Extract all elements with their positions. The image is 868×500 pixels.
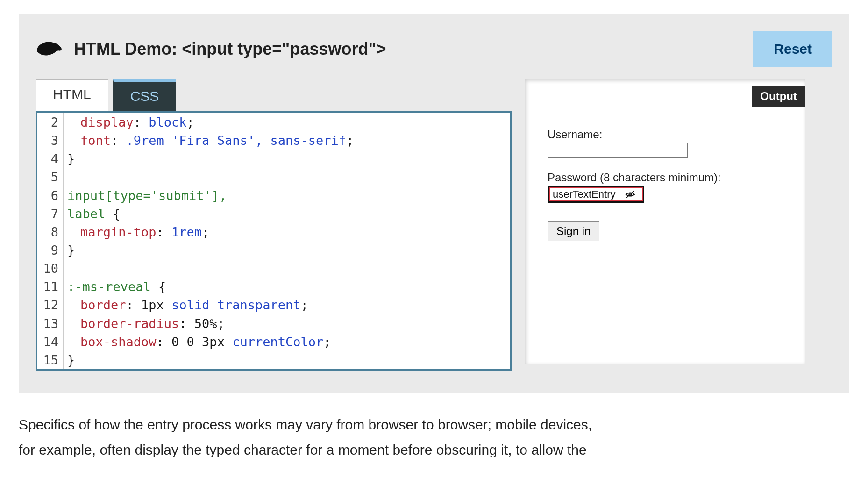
code-line[interactable]: 15} [37, 351, 510, 369]
code-content[interactable]: } [64, 241, 75, 259]
code-line[interactable]: 5 [37, 168, 510, 186]
code-editor[interactable]: 2display: block;3font: .9rem 'Fira Sans'… [36, 111, 512, 371]
line-number: 10 [37, 259, 64, 278]
reset-button[interactable]: Reset [753, 31, 832, 67]
article-text: Specifics of how the entry process works… [19, 414, 598, 461]
code-line[interactable]: 9} [37, 241, 510, 259]
username-input[interactable] [548, 143, 688, 158]
code-line[interactable]: 12border: 1px solid transparent; [37, 296, 510, 314]
article-paragraph: Specifics of how the entry process works… [19, 414, 598, 436]
demo-title: HTML Demo: <input type="password"> [74, 39, 386, 59]
code-line[interactable]: 10 [37, 259, 510, 278]
code-content[interactable] [64, 259, 75, 278]
line-number: 5 [37, 168, 64, 186]
password-label: Password (8 characters minimum): [548, 171, 783, 184]
tab-html[interactable]: HTML [36, 79, 108, 111]
password-reveal-icon[interactable] [619, 187, 643, 201]
password-input-wrap: userTextEntry [548, 186, 644, 203]
password-input[interactable]: userTextEntry [549, 187, 619, 201]
code-content[interactable]: box-shadow: 0 0 3px currentColor; [64, 333, 331, 351]
code-content[interactable]: display: block; [64, 113, 194, 131]
line-number: 11 [37, 278, 64, 296]
demo-header: HTML Demo: <input type="password"> Reset [36, 31, 832, 67]
code-content[interactable]: } [64, 150, 75, 168]
code-line[interactable]: 14box-shadow: 0 0 3px currentColor; [37, 333, 510, 351]
line-number: 3 [37, 131, 64, 150]
line-number: 14 [37, 333, 64, 351]
line-number: 4 [37, 150, 64, 168]
line-number: 12 [37, 296, 64, 314]
line-number: 6 [37, 186, 64, 205]
code-content[interactable]: input[type='submit'], [64, 186, 227, 205]
code-content[interactable]: font: .9rem 'Fira Sans', sans-serif; [64, 131, 354, 150]
line-number: 2 [37, 113, 64, 131]
line-number: 7 [37, 205, 64, 223]
editor-tabs: HTML CSS [36, 79, 512, 111]
line-number: 9 [37, 241, 64, 259]
code-line[interactable]: 7label { [37, 205, 510, 223]
line-number: 15 [37, 351, 64, 369]
code-content[interactable]: margin-top: 1rem; [64, 223, 209, 241]
code-line[interactable]: 6input[type='submit'], [37, 186, 510, 205]
tab-css[interactable]: CSS [113, 79, 177, 111]
output-badge: Output [752, 86, 805, 107]
code-line[interactable]: 8margin-top: 1rem; [37, 223, 510, 241]
code-line[interactable]: 11:-ms-reveal { [37, 278, 510, 296]
code-content[interactable]: :-ms-reveal { [64, 278, 166, 296]
demo-panel: HTML Demo: <input type="password"> Reset… [19, 14, 849, 393]
line-number: 8 [37, 223, 64, 241]
code-line[interactable]: 4} [37, 150, 510, 168]
code-content[interactable]: border-radius: 50%; [64, 314, 225, 333]
code-line[interactable]: 3font: .9rem 'Fira Sans', sans-serif; [37, 131, 510, 150]
dino-logo-icon [36, 38, 64, 60]
code-line[interactable]: 13border-radius: 50%; [37, 314, 510, 333]
svg-line-1 [626, 191, 634, 198]
output-preview: Output Username: Password (8 characters … [525, 79, 805, 364]
code-content[interactable] [64, 168, 75, 186]
code-line[interactable]: 2display: block; [37, 113, 510, 131]
code-content[interactable]: label { [64, 205, 121, 223]
line-number: 13 [37, 314, 64, 333]
sign-in-button[interactable]: Sign in [548, 221, 599, 241]
username-label: Username: [548, 128, 783, 141]
article-paragraph: for example, often display the typed cha… [19, 439, 598, 461]
code-content[interactable]: } [64, 351, 75, 369]
code-content[interactable]: border: 1px solid transparent; [64, 296, 308, 314]
